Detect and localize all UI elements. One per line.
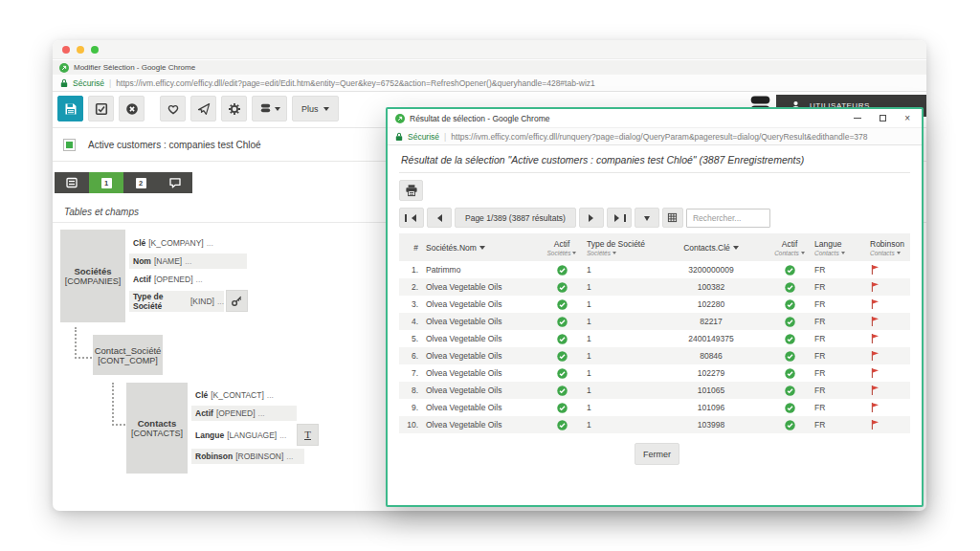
col-actif-contacts[interactable]: Actif Contacts: [768, 233, 811, 261]
col-societes-nom[interactable]: Sociétés.Nom: [418, 233, 541, 261]
tab-comments[interactable]: [158, 172, 192, 193]
tab-step-1[interactable]: 1: [89, 172, 123, 193]
first-page-button[interactable]: [399, 208, 424, 228]
contact-key-value: 103998: [654, 416, 768, 433]
printer-icon: [405, 184, 418, 197]
actif-societe-check-icon: [541, 347, 583, 364]
table-row[interactable]: 8. Olvea Vegetable Oils 1 101065 FR: [399, 382, 910, 399]
plus-menu-button[interactable]: Plus: [292, 96, 339, 121]
company-name: Olvea Vegetable Oils: [418, 364, 541, 382]
col-row-number: #: [399, 233, 418, 261]
field-robinson[interactable]: Robinson [ROBINSON] ...: [191, 449, 304, 464]
cancel-button[interactable]: [119, 96, 145, 121]
send-icon: [197, 102, 211, 116]
print-button[interactable]: [399, 180, 423, 201]
contact-key-value: 80846: [654, 347, 768, 364]
row-number: 3.: [399, 296, 418, 313]
col-contacts-cle[interactable]: Contacts.Clé: [654, 233, 768, 261]
actif-contact-check-icon: [768, 347, 811, 364]
langue-value: FR: [811, 313, 858, 330]
field-langue[interactable]: Langue [LANGUAGE] ...: [191, 425, 295, 446]
cancel-icon: [125, 102, 139, 116]
tab-step-2[interactable]: 2: [123, 172, 158, 193]
type-societe-value: 1: [583, 278, 654, 296]
entity-contacts[interactable]: Contacts [CONTACTS]: [126, 383, 188, 474]
maximize-icon[interactable]: [880, 115, 886, 121]
col-robinson[interactable]: Robinson Contacts: [858, 233, 910, 261]
page-size-dropdown[interactable]: [635, 208, 659, 228]
actif-societe-check-icon: [541, 296, 583, 313]
row-number: 9.: [399, 399, 418, 416]
address-bar[interactable]: Sécurisé | https://ivm.efficy.com/efficy…: [53, 75, 926, 92]
field-cle-company[interactable]: Clé [K_COMPANY] ...: [129, 235, 247, 251]
checkbox-icon: [95, 102, 108, 116]
field-actif-contact[interactable]: Actif [OPENED] ...: [191, 406, 297, 421]
sort-caret-icon: [841, 252, 845, 256]
robinson-flag-icon: [858, 347, 910, 364]
next-page-button[interactable]: [579, 208, 604, 228]
key-condition-button[interactable]: [226, 290, 248, 312]
actif-societe-check-icon: [541, 399, 583, 416]
table-row[interactable]: 6. Olvea Vegetable Oils 1 80846 FR: [399, 347, 910, 364]
table-row[interactable]: 3. Olvea Vegetable Oils 1 102280 FR: [399, 296, 910, 313]
actif-societe-check-icon: [541, 313, 583, 330]
type-societe-value: 1: [583, 382, 654, 399]
last-page-button[interactable]: [607, 208, 632, 228]
field-type-de-societe[interactable]: Type de Société [KIND] ...: [129, 291, 224, 312]
row-number: 7.: [399, 364, 418, 382]
relation-connector: [112, 383, 125, 426]
field-nom[interactable]: Nom [NAME] ...: [129, 253, 247, 269]
zoom-window-dot[interactable]: [91, 46, 99, 54]
text-condition-button[interactable]: T: [297, 424, 319, 446]
table-row[interactable]: 9. Olvea Vegetable Oils 1 101096 FR: [399, 399, 910, 416]
save-button[interactable]: [57, 96, 83, 121]
table-row[interactable]: 7. Olvea Vegetable Oils 1 102279 FR: [399, 364, 910, 382]
table-row[interactable]: 10. Olvea Vegetable Oils 1 103998 FR: [399, 416, 910, 433]
selection-status-icon[interactable]: [63, 139, 76, 151]
close-window-dot[interactable]: [62, 46, 70, 54]
previous-page-button[interactable]: [427, 208, 452, 228]
lock-icon: [60, 78, 68, 88]
type-societe-value: 1: [583, 313, 654, 330]
actif-societe-check-icon: [541, 261, 583, 278]
entity-companies[interactable]: Sociétés [COMPANIES]: [60, 230, 125, 322]
col-langue[interactable]: Langue Contacts: [811, 233, 858, 261]
type-societe-value: 1: [583, 364, 654, 382]
col-actif-societes[interactable]: Actif Sociétés: [541, 233, 583, 261]
last-page-icon: [614, 214, 623, 222]
field-cle-contact[interactable]: Clé [K_CONTACT] ...: [191, 387, 299, 403]
settings-button[interactable]: [221, 96, 247, 121]
entity-contact-societe[interactable]: Contact_Société [CONT_COMP]: [93, 335, 163, 375]
robinson-flag-icon: [858, 399, 910, 416]
close-result-button[interactable]: Fermer: [635, 443, 679, 465]
col-type-de-societe[interactable]: Type de Société Sociétés: [583, 233, 654, 261]
company-name: Olvea Vegetable Oils: [418, 313, 541, 330]
langue-value: FR: [811, 261, 858, 278]
save-icon: [64, 102, 78, 116]
favorite-button[interactable]: [160, 96, 186, 121]
close-icon[interactable]: ×: [904, 115, 910, 122]
minimize-window-dot[interactable]: [77, 46, 84, 54]
send-button[interactable]: [190, 96, 216, 121]
tab-overview[interactable]: [55, 172, 89, 193]
efficy-favicon-icon: [395, 114, 405, 123]
langue-value: FR: [811, 347, 858, 364]
popup-address-bar[interactable]: Sécurisé | https://ivm.efficy.com/efficy…: [388, 128, 922, 145]
result-title: Résultat de la sélection "Active custome…: [399, 145, 910, 173]
database-menu-button[interactable]: [252, 96, 287, 121]
table-row[interactable]: 5. Olvea Vegetable Oils 1 2400149375 FR: [399, 330, 910, 347]
page-url: https://ivm.efficy.com/efficy.dll/edit?p…: [116, 78, 594, 88]
table-row[interactable]: 1. Patrimmo 1 3200000009 FR: [399, 261, 910, 278]
langue-value: FR: [811, 330, 858, 347]
robinson-flag-icon: [858, 296, 910, 313]
field-actif-company[interactable]: Actif [OPENED] ...: [129, 272, 247, 287]
table-row[interactable]: 2. Olvea Vegetable Oils 1 100382 FR: [399, 278, 910, 296]
page-indicator[interactable]: Page 1/389 (3887 résultats): [455, 208, 576, 228]
validate-button[interactable]: [88, 96, 114, 121]
table-row[interactable]: 4. Olvea Vegetable Oils 1 82217 FR: [399, 313, 910, 330]
grid-view-button[interactable]: [662, 208, 683, 228]
robinson-flag-icon: [858, 313, 910, 330]
type-societe-value: 1: [583, 261, 654, 278]
minimize-icon[interactable]: [854, 118, 861, 119]
search-input[interactable]: [686, 209, 770, 228]
